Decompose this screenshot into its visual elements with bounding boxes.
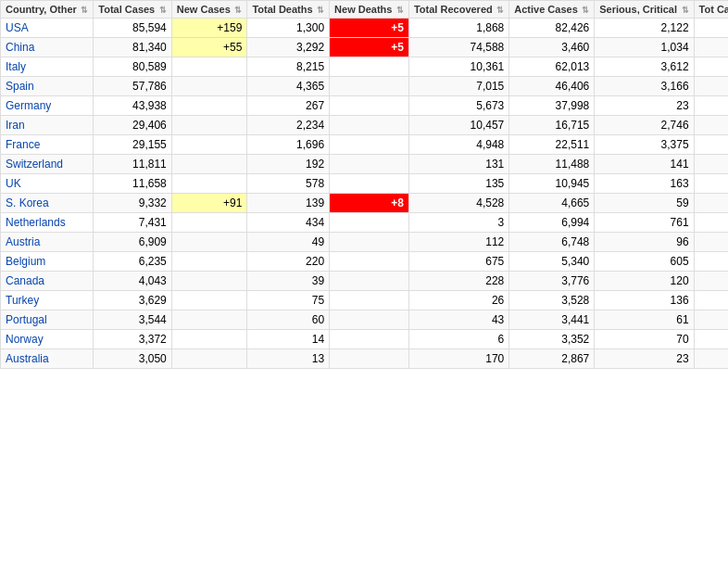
country-link[interactable]: China [6, 41, 34, 54]
total-cases-cell: 11,658 [94, 174, 171, 194]
total-recovered-cell: 74,588 [408, 38, 508, 57]
total-deaths-cell: 267 [247, 96, 330, 116]
serious-critical-cell: 605 [595, 252, 694, 272]
new-deaths-cell [330, 233, 409, 252]
total-deaths-cell: 139 [247, 194, 330, 213]
new-cases-cell [171, 155, 247, 174]
col-header-country[interactable]: Country, Other ⇅ [1, 1, 94, 19]
tot-cases-per1m-cell: 350 [694, 116, 728, 135]
serious-critical-cell: 96 [595, 233, 694, 252]
country-link[interactable]: France [6, 138, 40, 151]
total-cases-cell: 4,043 [94, 272, 171, 291]
serious-critical-cell: 3,612 [595, 57, 694, 77]
total-deaths-cell: 4,365 [247, 77, 330, 96]
new-deaths-cell [330, 330, 409, 349]
country-link[interactable]: Australia [6, 352, 49, 365]
total-recovered-cell: 131 [408, 155, 508, 174]
tot-cases-per1m-cell: 538 [694, 252, 728, 272]
country-link[interactable]: S. Korea [6, 196, 49, 209]
table-row: Switzerland11,81119213111,4881411,36522 [1, 155, 729, 174]
col-header-totCasesPer1M[interactable]: Tot Cases/ 1M pop ⇅ [694, 1, 728, 19]
total-cases-cell: 3,372 [94, 330, 171, 349]
new-deaths-cell [330, 155, 409, 174]
tot-cases-per1m-cell: 57 [694, 38, 728, 57]
country-link[interactable]: Spain [6, 80, 34, 93]
country-cell: UK [1, 174, 94, 194]
active-cases-cell: 22,511 [509, 135, 595, 155]
country-link[interactable]: Switzerland [6, 158, 63, 171]
total-recovered-cell: 10,361 [408, 57, 508, 77]
country-link[interactable]: Germany [6, 99, 51, 112]
tot-cases-per1m-cell: 43 [694, 291, 728, 310]
table-row: Italy80,5898,21510,36162,0133,6121,33313… [1, 57, 729, 77]
serious-critical-cell: 61 [595, 310, 694, 330]
country-link[interactable]: UK [6, 177, 21, 190]
tot-cases-per1m-cell: 767 [694, 233, 728, 252]
serious-critical-cell: 136 [595, 291, 694, 310]
sort-icon: ⇅ [495, 6, 505, 15]
serious-critical-cell: 3,375 [595, 135, 694, 155]
total-deaths-cell: 8,215 [247, 57, 330, 77]
country-link[interactable]: Netherlands [6, 216, 66, 229]
country-cell: USA [1, 19, 94, 38]
new-cases-cell [171, 310, 247, 330]
active-cases-cell: 3,352 [509, 330, 595, 349]
country-cell: S. Korea [1, 194, 94, 213]
new-cases-cell [171, 349, 247, 369]
total-cases-cell: 29,406 [94, 116, 171, 135]
country-link[interactable]: Canada [6, 274, 44, 287]
country-cell: Italy [1, 57, 94, 77]
country-cell: Turkey [1, 291, 94, 310]
new-deaths-cell: +5 [330, 38, 409, 57]
total-cases-cell: 11,811 [94, 155, 171, 174]
total-recovered-cell: 4,528 [408, 194, 508, 213]
country-link[interactable]: Belgium [6, 255, 45, 268]
country-link[interactable]: Turkey [6, 294, 39, 307]
col-header-activeCases[interactable]: Active Cases ⇅ [509, 1, 595, 19]
active-cases-cell: 3,528 [509, 291, 595, 310]
total-deaths-cell: 2,234 [247, 116, 330, 135]
serious-critical-cell: 23 [595, 349, 694, 369]
country-link[interactable]: Austria [6, 235, 40, 248]
table-row: Norway3,3721463,352706223 [1, 330, 729, 349]
country-link[interactable]: USA [6, 21, 29, 34]
serious-critical-cell: 141 [595, 155, 694, 174]
total-deaths-cell: 13 [247, 349, 330, 369]
col-header-totalDeaths[interactable]: Total Deaths ⇅ [247, 1, 330, 19]
col-header-totalRecovered[interactable]: Total Recovered ⇅ [408, 1, 508, 19]
total-deaths-cell: 1,696 [247, 135, 330, 155]
sort-icon: ⇅ [580, 6, 590, 15]
col-header-totalCases[interactable]: Total Cases ⇅ [94, 1, 171, 19]
country-link[interactable]: Norway [6, 333, 44, 346]
total-recovered-cell: 43 [408, 310, 508, 330]
new-deaths-cell [330, 349, 409, 369]
country-cell: Switzerland [1, 155, 94, 174]
total-recovered-cell: 135 [408, 174, 508, 194]
country-cell: Austria [1, 233, 94, 252]
active-cases-cell: 16,715 [509, 116, 595, 135]
tot-cases-per1m-cell: 1,333 [694, 57, 728, 77]
table-row: Canada4,043392283,7761201071 [1, 272, 729, 291]
col-header-newCases[interactable]: New Cases ⇅ [171, 1, 247, 19]
total-deaths-cell: 49 [247, 233, 330, 252]
country-cell: Spain [1, 77, 94, 96]
total-deaths-cell: 60 [247, 310, 330, 330]
col-header-seriousCritical[interactable]: Serious, Critical ⇅ [595, 1, 694, 19]
country-link[interactable]: Iran [6, 119, 25, 132]
total-recovered-cell: 1,868 [408, 19, 508, 38]
total-cases-cell: 29,155 [94, 135, 171, 155]
tot-cases-per1m-cell: 447 [694, 135, 728, 155]
active-cases-cell: 5,340 [509, 252, 595, 272]
total-cases-cell: 80,589 [94, 57, 171, 77]
country-cell: Norway [1, 330, 94, 349]
total-deaths-cell: 434 [247, 213, 330, 233]
total-cases-cell: 6,909 [94, 233, 171, 252]
total-recovered-cell: 112 [408, 233, 508, 252]
serious-critical-cell: 59 [595, 194, 694, 213]
new-cases-cell [171, 174, 247, 194]
col-header-newDeaths[interactable]: New Deaths ⇅ [330, 1, 409, 19]
country-link[interactable]: Italy [6, 60, 26, 73]
country-link[interactable]: Portugal [6, 313, 47, 326]
serious-critical-cell: 761 [595, 213, 694, 233]
new-cases-cell [171, 272, 247, 291]
